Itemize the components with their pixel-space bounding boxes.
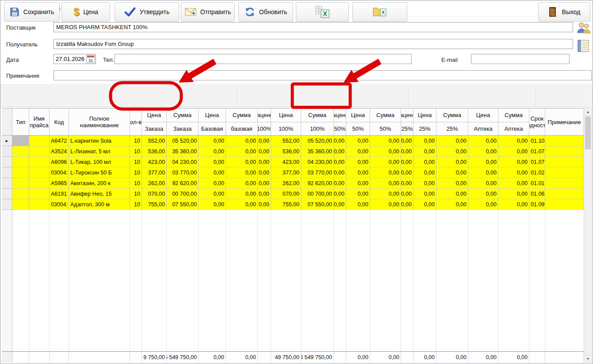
cell-full-name[interactable]: L-Тикар, 100 мл xyxy=(69,157,130,167)
cell-sum-25[interactable]: 0,00 xyxy=(436,167,468,178)
cell-price-25[interactable]: 0,00 xyxy=(413,146,436,157)
column-header-base-price[interactable]: ЦенаБазовая xyxy=(199,109,226,135)
cell-price-100[interactable]: 536,00 xyxy=(271,146,301,157)
cell-price-50[interactable]: 0,00 xyxy=(346,167,370,178)
cell-base-sum[interactable]: 0,00 xyxy=(226,146,258,157)
cell-price-100[interactable]: 552,00 xyxy=(271,136,301,146)
cell-expiry[interactable]: 01.10 xyxy=(529,136,545,146)
cell-sum-100[interactable]: 07 550,00 xyxy=(301,199,334,210)
column-header-order-price[interactable]: ЦенаЗаказа xyxy=(142,109,167,135)
cell-price-100[interactable]: 423,00 xyxy=(271,157,301,167)
cell-markup-100[interactable]: 0,00 xyxy=(258,189,271,199)
row-indicator[interactable] xyxy=(2,167,12,178)
cell-markup-25[interactable]: 0,00 xyxy=(401,167,413,178)
cell-markup-50[interactable]: 0,00 xyxy=(334,178,346,189)
cell-markup-100[interactable]: 0,00 xyxy=(258,136,271,146)
cell-qty[interactable]: 10 xyxy=(130,189,142,199)
cell-type[interactable] xyxy=(12,146,29,157)
calendar-button[interactable]: 31 xyxy=(86,55,95,63)
scrollbar-thumb[interactable] xyxy=(585,117,591,149)
cell-markup-100[interactable]: 0,00 xyxy=(258,157,271,167)
row-indicator[interactable] xyxy=(2,189,12,199)
cell-sum-100[interactable]: 04 230,00 xyxy=(301,157,334,167)
cell-full-name[interactable]: L-Лизинат, 5 мл xyxy=(69,146,130,157)
column-header-markup-25[interactable]: Наценка25% xyxy=(401,109,413,135)
cell-markup-50[interactable]: 0,00 xyxy=(334,189,346,199)
cell-pharmacy-price[interactable]: 0,00 xyxy=(468,157,498,167)
cell-sum-50[interactable]: 0,00 xyxy=(370,199,401,210)
exit-button[interactable]: Выход xyxy=(538,2,590,22)
cell-order-price[interactable]: 755,00 xyxy=(142,199,167,210)
cell-markup-25[interactable]: 0,00 xyxy=(401,199,413,210)
cell-code[interactable]: 03004: xyxy=(50,199,69,210)
cell-price-50[interactable]: 0,00 xyxy=(346,189,370,199)
cell-full-name[interactable]: Авифер Нео, 15 xyxy=(69,189,130,199)
column-header-full-name[interactable]: Полноенаименование xyxy=(69,109,130,135)
cell-expiry[interactable]: 01.06 xyxy=(529,189,545,199)
cell-order-sum[interactable]: 05 520,00 xyxy=(167,136,199,146)
excel-folder-button[interactable]: X xyxy=(352,2,407,22)
cell-base-price[interactable]: 0,00 xyxy=(199,199,226,210)
cell-expiry[interactable]: 01.07 xyxy=(529,157,545,167)
cell-base-price[interactable]: 0,00 xyxy=(199,136,226,146)
cell-base-price[interactable]: 0,00 xyxy=(199,157,226,167)
phone-input[interactable] xyxy=(115,54,412,64)
cell-sum-50[interactable]: 0,00 xyxy=(370,178,401,189)
cell-markup-100[interactable]: 0,00 xyxy=(258,146,271,157)
cell-markup-25[interactable]: 0,00 xyxy=(401,178,413,189)
cell-code[interactable]: 03004: xyxy=(50,167,69,178)
column-header-pharmacy-sum[interactable]: СуммаАптека xyxy=(498,109,529,135)
cell-base-sum[interactable]: 0,00 xyxy=(226,178,258,189)
column-header-sum-25[interactable]: Сумма25% xyxy=(436,109,468,135)
cell-price-50[interactable]: 0,00 xyxy=(346,136,370,146)
send-button[interactable]: Отправить xyxy=(181,2,235,22)
cell-base-sum[interactable]: 0,00 xyxy=(226,157,258,167)
cell-type[interactable] xyxy=(12,189,29,199)
cell-order-sum[interactable]: 07 550,00 xyxy=(167,199,199,210)
cell-type[interactable] xyxy=(12,199,29,210)
cell-code[interactable]: A6191 xyxy=(50,189,69,199)
cell-price-50[interactable]: 0,00 xyxy=(346,146,370,157)
cell-note[interactable] xyxy=(545,146,584,157)
cell-qty[interactable]: 10 xyxy=(130,178,142,189)
cell-price-name[interactable] xyxy=(29,167,50,178)
cell-order-price[interactable]: 377,00 xyxy=(142,167,167,178)
cell-type[interactable] xyxy=(12,178,29,189)
cell-base-price[interactable]: 0,00 xyxy=(199,146,226,157)
cell-note[interactable] xyxy=(545,157,584,167)
cell-expiry[interactable]: 01.02 xyxy=(529,167,545,178)
cell-base-sum[interactable]: 0,00 xyxy=(226,167,258,178)
cell-code[interactable]: A6096 xyxy=(50,157,69,167)
vertical-scrollbar[interactable]: ▲ ▼ xyxy=(584,108,592,363)
column-header-price-50[interactable]: Цена50% xyxy=(346,109,370,135)
scroll-down-arrow-icon[interactable]: ▼ xyxy=(585,355,591,362)
column-header-markup-100[interactable]: Наценка100% xyxy=(258,109,271,135)
cell-price-name[interactable] xyxy=(29,157,50,167)
cell-sum-100[interactable]: 00 700,00 xyxy=(301,189,334,199)
refresh-button[interactable]: Обновить xyxy=(238,2,293,22)
cell-qty[interactable]: 10 xyxy=(130,199,142,210)
cell-markup-25[interactable]: 0,00 xyxy=(401,136,413,146)
cell-order-price[interactable]: 536,00 xyxy=(142,146,167,157)
cell-sum-100[interactable]: 03 770,00 xyxy=(301,167,334,178)
column-header-code[interactable]: Код xyxy=(50,109,69,135)
approve-button[interactable]: Утвердить xyxy=(115,2,179,22)
cell-price-100[interactable]: 070,00 xyxy=(271,189,301,199)
cell-price-25[interactable]: 0,00 xyxy=(413,167,436,178)
cell-base-sum[interactable]: 0,00 xyxy=(226,199,258,210)
cell-order-price[interactable]: 070,00 xyxy=(142,189,167,199)
cell-note[interactable] xyxy=(545,178,584,189)
cell-markup-50[interactable]: 0,00 xyxy=(334,136,346,146)
cell-pharmacy-sum[interactable]: 0,00 xyxy=(498,189,529,199)
cell-price-name[interactable] xyxy=(29,136,50,146)
column-header-price-name[interactable]: Имяпрайса xyxy=(29,109,50,135)
cell-base-sum[interactable]: 0,00 xyxy=(226,136,258,146)
cell-sum-25[interactable]: 0,00 xyxy=(436,189,468,199)
cell-pharmacy-sum[interactable]: 0,00 xyxy=(498,199,529,210)
cell-order-sum[interactable]: 04 230,00 xyxy=(167,157,199,167)
email-input[interactable] xyxy=(471,54,570,64)
column-header-qty[interactable]: Кол-во xyxy=(130,109,142,135)
cell-markup-50[interactable]: 0,00 xyxy=(334,199,346,210)
cell-markup-50[interactable]: 0,00 xyxy=(334,157,346,167)
cell-sum-100[interactable]: 05 520,00 xyxy=(301,136,334,146)
